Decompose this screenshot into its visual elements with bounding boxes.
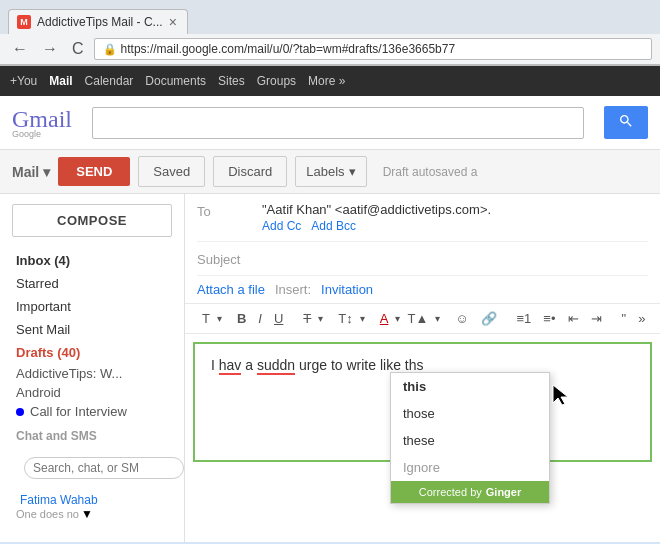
add-cc-link[interactable]: Add Cc <box>262 219 301 233</box>
tab-close-btn[interactable]: × <box>169 14 177 30</box>
strike-btn[interactable]: T <box>298 308 316 329</box>
more-btn[interactable]: » <box>633 308 650 329</box>
main-layout: COMPOSE Inbox (4) Starred Important Sent… <box>0 194 660 542</box>
sites-link[interactable]: Sites <box>218 74 245 88</box>
fmt-arrow3: ▾ <box>360 313 365 324</box>
labels-button[interactable]: Labels ▾ <box>295 156 366 187</box>
search-icon <box>618 113 634 129</box>
mail-dropdown-arrow: ▾ <box>43 164 50 180</box>
android-label: Android <box>16 385 61 400</box>
quote-btn[interactable]: " <box>617 308 632 329</box>
search-input[interactable] <box>92 107 584 139</box>
sidebar: COMPOSE Inbox (4) Starred Important Sent… <box>0 194 185 542</box>
ol-btn[interactable]: ≡1 <box>512 308 537 329</box>
browser-chrome: M AddictiveTips Mail - C... × ← → C 🔒 ht… <box>0 0 660 66</box>
back-button[interactable]: ← <box>8 38 32 60</box>
to-label: To <box>197 202 262 219</box>
chat-search-wrapper <box>0 447 184 489</box>
contact-fatima[interactable]: Fatima Wahab One does no ▼ <box>0 489 184 525</box>
refresh-button[interactable]: C <box>68 38 88 60</box>
compose-button[interactable]: COMPOSE <box>12 204 172 237</box>
important-label: Important <box>16 299 71 314</box>
ssl-icon: 🔒 <box>103 43 117 56</box>
spell-ignore[interactable]: Ignore <box>391 454 549 481</box>
chat-search-input[interactable] <box>24 457 184 479</box>
ginger-brand-text: Ginger <box>486 486 521 498</box>
underline-btn[interactable]: U <box>269 308 288 329</box>
text-bg-btn[interactable]: T▲ <box>402 308 433 329</box>
link-btn[interactable]: 🔗 <box>476 308 502 329</box>
sidebar-item-important[interactable]: Important <box>0 295 184 318</box>
mail-dropdown[interactable]: Mail ▾ <box>12 164 50 180</box>
sidebar-item-drafts[interactable]: Drafts (40) <box>0 341 184 364</box>
emoji-btn[interactable]: ☺ <box>450 308 473 329</box>
call-label: Call for Interview <box>30 404 127 419</box>
sent-label: Sent Mail <box>16 322 70 337</box>
contact-dropdown-arrow[interactable]: ▼ <box>81 507 93 521</box>
svg-marker-0 <box>553 385 568 405</box>
documents-link[interactable]: Documents <box>145 74 206 88</box>
misspelled-suddn: suddn <box>257 357 295 375</box>
fmt-arrow4: ▾ <box>395 313 400 324</box>
address-bar[interactable]: 🔒 https://mail.google.com/mail/u/0/?tab=… <box>94 38 652 60</box>
discard-button[interactable]: Discard <box>213 156 287 187</box>
spell-suggestion-these[interactable]: these <box>391 427 549 454</box>
tab-favicon: M <box>17 15 31 29</box>
sidebar-link-addictive[interactable]: AddictiveTips: W... <box>0 364 184 383</box>
gmail-logo-google-text: Google <box>12 129 41 139</box>
search-button[interactable] <box>604 106 648 139</box>
send-button[interactable]: SEND <box>58 157 130 186</box>
misspelled-hav: hav <box>219 357 242 375</box>
sidebar-link-android[interactable]: Android <box>0 383 184 402</box>
labels-arrow: ▾ <box>349 164 356 179</box>
more-link[interactable]: More » <box>308 74 345 88</box>
call-dot <box>16 408 24 416</box>
labels-label: Labels <box>306 164 344 179</box>
contact-name-text: Fatima Wahab <box>20 493 98 507</box>
plus-you-link[interactable]: +You <box>10 74 37 88</box>
saved-button[interactable]: Saved <box>138 156 205 187</box>
ul-btn[interactable]: ≡• <box>538 308 560 329</box>
to-field-content: Add Cc Add Bcc <box>262 202 648 233</box>
spell-suggestion-this[interactable]: this <box>391 373 549 400</box>
mail-link[interactable]: Mail <box>49 74 72 88</box>
indent-more-btn[interactable]: ⇥ <box>586 308 607 329</box>
font-size-btn[interactable]: T↕ <box>333 308 357 329</box>
sidebar-item-sent[interactable]: Sent Mail <box>0 318 184 341</box>
sidebar-link-call[interactable]: Call for Interview <box>0 402 184 421</box>
contact-status-row: One does no ▼ <box>16 507 168 521</box>
calendar-link[interactable]: Calendar <box>85 74 134 88</box>
indent-less-btn[interactable]: ⇤ <box>563 308 584 329</box>
mail-label: Mail <box>12 164 39 180</box>
sidebar-item-starred[interactable]: Starred <box>0 272 184 295</box>
gmail-logo: Gmail Google <box>12 106 72 139</box>
mail-toolbar: Mail ▾ SEND Saved Discard Labels ▾ Draft… <box>0 150 660 194</box>
draft-status: Draft autosaved a <box>383 165 478 179</box>
forward-button[interactable]: → <box>38 38 62 60</box>
active-tab[interactable]: M AddictiveTips Mail - C... × <box>8 9 188 34</box>
subject-input[interactable] <box>262 250 648 265</box>
email-body[interactable]: I hav a suddn urge to write like ths thi… <box>193 342 652 462</box>
font-btn[interactable]: T <box>197 308 215 329</box>
format-toolbar: T ▾ B I U T ▾ T↕ ▾ A ▾ T▲ ▾ ☺ 🔗 ≡1 ≡• ⇤ … <box>185 304 660 334</box>
attach-file-link[interactable]: Attach a file <box>197 282 265 297</box>
drafts-label: Drafts (40) <box>16 345 80 360</box>
chat-section-title: Chat and SMS <box>0 421 184 447</box>
compose-subject-field: Subject <box>197 242 648 276</box>
fmt-arrow: ▾ <box>217 313 222 324</box>
font-color-btn[interactable]: A <box>375 308 394 329</box>
spell-footer: Corrected by Ginger <box>391 481 549 503</box>
url-text: https://mail.google.com/mail/u/0/?tab=wm… <box>121 42 456 56</box>
compose-to-field: To Add Cc Add Bcc <box>197 194 648 242</box>
inbox-label: Inbox (4) <box>16 253 70 268</box>
invitation-link[interactable]: Invitation <box>321 282 373 297</box>
fmt-arrow5: ▾ <box>435 313 440 324</box>
groups-link[interactable]: Groups <box>257 74 296 88</box>
compose-header: To Add Cc Add Bcc Subject Attach a file … <box>185 194 660 304</box>
spell-suggestion-those[interactable]: those <box>391 400 549 427</box>
add-bcc-link[interactable]: Add Bcc <box>311 219 356 233</box>
sidebar-item-inbox[interactable]: Inbox (4) <box>0 249 184 272</box>
bold-btn[interactable]: B <box>232 308 251 329</box>
italic-btn[interactable]: I <box>253 308 267 329</box>
to-input[interactable] <box>262 202 648 217</box>
